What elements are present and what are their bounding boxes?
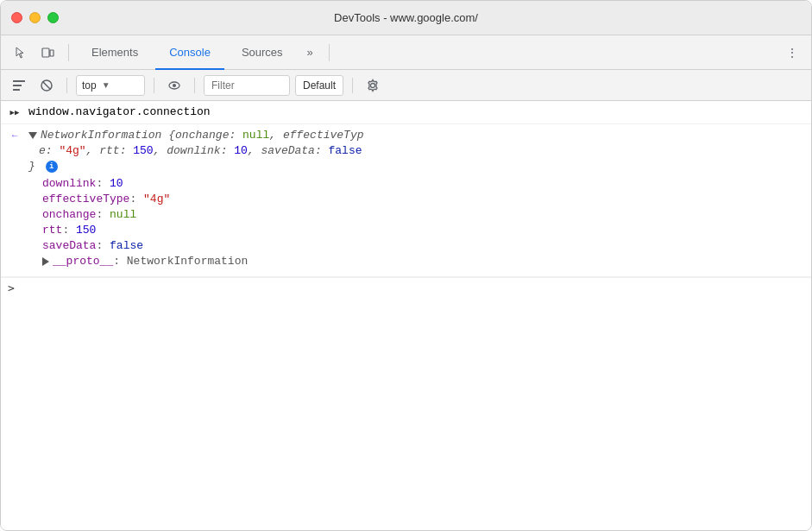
device-toggle-button[interactable] [35,41,60,65]
console-toolbar: top ▼ Default [1,70,811,101]
prop-downlink: downlink: 10 [42,176,808,192]
input-command: window.navigator.connection [28,103,811,122]
response-arrow: ← [1,126,28,143]
expand-icon[interactable]: ▶ [1,103,28,121]
svg-line-6 [43,81,51,89]
title-bar: DevTools - www.google.com/ [1,1,811,35]
toolbar-separator-1 [68,44,69,61]
console-response-line: ← NetworkInformation {onchange: null, ef… [1,124,811,277]
main-toolbar: Elements Console Sources » ⋮ [1,35,811,70]
prop-savedata: saveData: false [42,238,808,254]
tab-elements[interactable]: Elements [78,35,152,70]
context-caret-icon: ▼ [102,80,110,90]
window-title: DevTools - www.google.com/ [334,11,478,24]
console-separator-2 [154,78,154,93]
block-icon[interactable] [35,74,58,97]
prop-proto: __proto__: NetworkInformation [42,254,808,269]
svg-point-9 [371,83,375,87]
svg-rect-3 [13,85,22,86]
level-selector[interactable]: Default [295,75,343,96]
filter-input[interactable] [204,75,290,96]
object-close-brace: } i [28,159,808,174]
proto-expand-icon[interactable] [42,257,49,266]
console-content: ▶ window.navigator.connection ← NetworkI… [1,101,811,531]
settings-button[interactable] [362,74,384,97]
prop-effectivetype: effectiveType: "4g" [42,192,808,207]
object-preview-line: NetworkInformation {onchange: null, effe… [28,128,808,143]
console-prompt-line[interactable]: > [1,277,811,298]
minimize-button[interactable] [29,12,41,23]
svg-rect-2 [13,80,25,82]
toolbar-right: ⋮ [780,41,804,65]
devtools-menu-button[interactable]: ⋮ [780,41,804,65]
cursor-tool-button[interactable] [8,41,32,65]
console-separator-4 [352,78,353,93]
close-button[interactable] [11,12,22,23]
maximize-button[interactable] [47,12,59,23]
console-input-line: ▶ window.navigator.connection [1,101,811,124]
traffic-lights [11,12,59,23]
context-selector[interactable]: top ▼ [76,75,145,96]
clear-console-button[interactable] [8,74,30,97]
tab-console[interactable]: Console [155,35,224,70]
object-preview-line-2: e: "4g", rtt: 150, downlink: 10, saveDat… [39,143,808,159]
prop-rtt: rtt: 150 [42,223,808,238]
console-input[interactable] [18,281,811,294]
svg-rect-1 [50,50,54,56]
collapse-icon[interactable] [28,132,37,139]
prop-onchange: onchange: null [42,207,808,223]
more-tabs-button[interactable]: » [300,46,320,59]
info-icon[interactable]: i [46,161,58,173]
console-separator-3 [194,78,195,93]
console-separator-1 [66,78,67,93]
svg-rect-4 [13,89,20,91]
svg-rect-0 [42,48,49,57]
prompt-chevron-icon: > [8,281,15,294]
toolbar-separator-2 [329,44,330,61]
eye-button[interactable] [163,74,186,97]
response-content: NetworkInformation {onchange: null, effe… [28,126,811,275]
tab-sources[interactable]: Sources [228,35,297,70]
svg-point-8 [173,84,176,87]
